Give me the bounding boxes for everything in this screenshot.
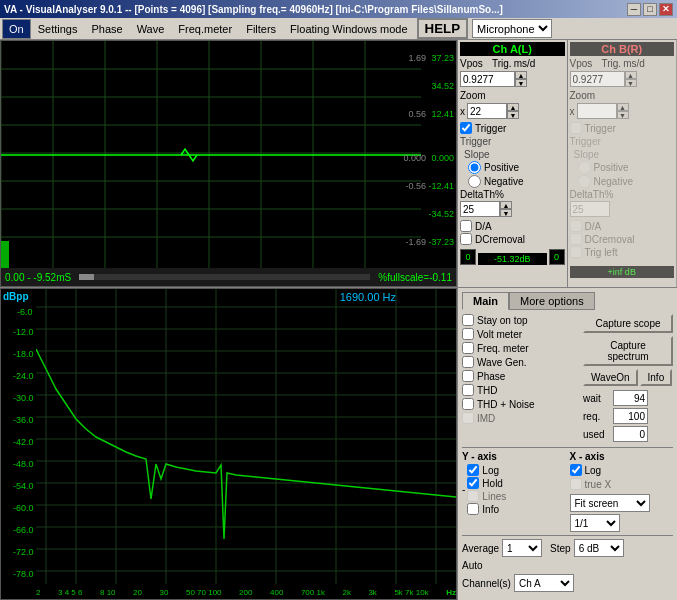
vpos-up-a[interactable]: ▲: [515, 71, 527, 79]
ch-a-header: Ch A(L): [460, 42, 565, 56]
zoom-label-a: Zoom: [460, 90, 490, 101]
y-lines-checkbox: [467, 490, 479, 502]
negative-radio-a[interactable]: [468, 175, 481, 188]
spec-y-12: -78.0: [13, 569, 34, 579]
trigger-label-a: Trigger: [475, 123, 506, 134]
vpos-down-b[interactable]: ▼: [625, 79, 637, 87]
scope-end-btn-a[interactable]: 0: [549, 249, 565, 265]
trigleft-label-b: Trig left: [585, 247, 618, 258]
channel-select[interactable]: Ch A Ch B Ch A+B: [514, 574, 574, 592]
wait-label: wait: [583, 393, 613, 404]
lower-section: 1690.00 Hz dBpp -6.0 -12.0 -18.0 -24.0 -…: [0, 288, 677, 600]
capture-spectrum-button[interactable]: Capture spectrum: [583, 336, 673, 366]
vpos-label-a: Vpos: [460, 58, 492, 69]
help-button[interactable]: HELP: [417, 18, 469, 39]
fit-screen-select[interactable]: Fit screen 1x 2x: [570, 494, 650, 512]
delta-down-a[interactable]: ▼: [500, 209, 512, 217]
menu-bar: On Settings Phase Wave Freq.meter Filter…: [0, 18, 677, 40]
imd-checkbox: [462, 412, 474, 424]
trigger-label-b: Trigger: [585, 123, 616, 134]
db-display-b: +inf dB: [570, 266, 675, 278]
spec-y-3: -24.0: [13, 371, 34, 381]
x-label-30: 30: [160, 588, 169, 597]
spec-y-9: -60.0: [13, 503, 34, 513]
imd-label: IMD: [477, 413, 495, 424]
menu-on[interactable]: On: [2, 19, 31, 39]
positive-radio-b: [578, 161, 591, 174]
da-checkbox-a[interactable]: [460, 220, 472, 232]
trigger-checkbox-b: [570, 122, 582, 134]
x-label-50100: 50 70 100: [186, 588, 222, 597]
positive-label-a: Positive: [484, 162, 519, 173]
auto-row: Auto: [462, 560, 673, 571]
upper-section: 37.23 34.52 12.41 0.000 -12.41 -34.52 -3…: [0, 40, 677, 288]
wait-section: wait req. used: [583, 390, 673, 442]
x-log-checkbox[interactable]: [570, 464, 582, 476]
zoom-input-a[interactable]: [467, 103, 507, 119]
req-input[interactable]: [613, 408, 648, 424]
spec-y-10: -66.0: [13, 525, 34, 535]
zoom-input-b[interactable]: [577, 103, 617, 119]
positive-radio-a[interactable]: [468, 161, 481, 174]
delta-up-a[interactable]: ▲: [500, 201, 512, 209]
x-label-400: 400: [270, 588, 283, 597]
da-label-a: D/A: [475, 221, 492, 232]
wave-on-button[interactable]: WaveOn: [583, 369, 638, 386]
x-label-3456: 3 4 5 6: [58, 588, 82, 597]
x-axis-header: X - axis: [570, 451, 674, 462]
menu-phase[interactable]: Phase: [84, 19, 129, 39]
ratio-select[interactable]: 1/1 1/2 1/4: [570, 514, 620, 532]
negative-label-b: Negative: [594, 176, 633, 187]
axis-section: Y - axis - Log Hold: [462, 451, 673, 532]
avg-step-row: Average 1 2 4 8 Step 3 dB 6 dB 10 dB 12 …: [462, 539, 673, 557]
scope-zero-btn-a[interactable]: 0: [460, 249, 476, 265]
menu-floating[interactable]: Floating Windows mode: [283, 19, 414, 39]
menu-filters[interactable]: Filters: [239, 19, 283, 39]
x-label-5k10k: 5k 7k 10k: [394, 588, 428, 597]
menu-settings[interactable]: Settings: [31, 19, 85, 39]
delta-input-b: [570, 201, 610, 217]
dcremoval-checkbox-b: [570, 233, 582, 245]
capture-scope-button[interactable]: Capture scope: [583, 314, 673, 333]
step-select[interactable]: 3 dB 6 dB 10 dB 12 dB: [574, 539, 624, 557]
used-input[interactable]: [613, 426, 648, 442]
input-device-select[interactable]: Microphone Line In: [472, 19, 552, 38]
zoom-up-b[interactable]: ▲: [617, 103, 629, 111]
spec-y-6: -42.0: [13, 437, 34, 447]
spec-y-11: -72.0: [13, 547, 34, 557]
zoom-x-a: x: [460, 106, 465, 117]
main-container: 37.23 34.52 12.41 0.000 -12.41 -34.52 -3…: [0, 40, 677, 600]
negative-label-a: Negative: [484, 176, 523, 187]
vpos-down-a[interactable]: ▼: [515, 79, 527, 87]
zoom-up-a[interactable]: ▲: [507, 103, 519, 111]
x-truex-checkbox: [570, 478, 582, 490]
menu-wave[interactable]: Wave: [130, 19, 172, 39]
scope-bottom-bar: 0.00 - -9.52mS %fullscale=-0.11: [1, 268, 456, 286]
dcremoval-label-b: DCremoval: [585, 234, 635, 245]
x-label-2: 2: [36, 588, 40, 597]
ch-b-header: Ch B(R): [570, 42, 675, 56]
maximize-button[interactable]: □: [643, 3, 657, 16]
dcremoval-label-a: DCremoval: [475, 234, 525, 245]
trig-label-a: Trig.: [492, 58, 512, 69]
vpos-input-b[interactable]: [570, 71, 625, 87]
trigleft-checkbox-b: [570, 246, 582, 258]
tab-more-options[interactable]: More options: [509, 292, 595, 310]
zoom-down-a[interactable]: ▼: [507, 111, 519, 119]
vpos-input-a[interactable]: [460, 71, 515, 87]
delta-input-a[interactable]: [460, 201, 500, 217]
dcremoval-checkbox-a[interactable]: [460, 233, 472, 245]
close-button[interactable]: ✕: [659, 3, 673, 16]
minimize-button[interactable]: ─: [627, 3, 641, 16]
trig-label-b: Trig.: [602, 58, 622, 69]
da-label-b: D/A: [585, 221, 602, 232]
tabs-row: Main More options: [462, 292, 673, 310]
vpos-up-b[interactable]: ▲: [625, 71, 637, 79]
info-button[interactable]: Info: [640, 369, 673, 386]
trigger-checkbox-a[interactable]: [460, 122, 472, 134]
average-select[interactable]: 1 2 4 8: [502, 539, 542, 557]
zoom-down-b[interactable]: ▼: [617, 111, 629, 119]
menu-freqmeter[interactable]: Freq.meter: [171, 19, 239, 39]
wait-input[interactable]: [613, 390, 648, 406]
db-display-a: -51.32dB: [478, 253, 547, 265]
